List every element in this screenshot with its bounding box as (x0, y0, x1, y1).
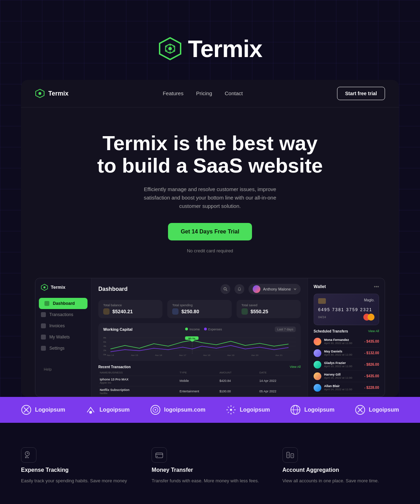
sched-name-3: Harvey Gill (324, 373, 364, 376)
hero-content: Termix is the best way to build a SaaS w… (21, 107, 399, 267)
list-item: Mona Fernandez April 30, 2022 at 11:00 -… (314, 336, 379, 348)
svg-rect-62 (156, 453, 163, 458)
stat-saved: Total saved $550.25 (237, 300, 301, 318)
dashboard-preview: Termix Dashboard Transactions Invoices M… (35, 278, 385, 397)
wallet-menu-icon[interactable]: ••• (374, 284, 379, 289)
nav-brand: Termix (35, 89, 69, 98)
logo-label-2: logoipsum.com (164, 407, 205, 413)
search-icon (223, 287, 227, 291)
sched-info-3: Harvey Gill April 16, 2022 at 11:00 (324, 373, 364, 379)
navbar: Termix Features Pricing Contact Start fr… (21, 80, 399, 107)
spending-icon (172, 308, 178, 315)
sched-date-2: April 10, 2022 at 11:00 (324, 365, 364, 368)
expenses-legend-dot (204, 328, 207, 330)
search-button[interactable] (220, 284, 230, 294)
notifications-button[interactable] (234, 284, 244, 294)
wallet-title: Wallet (314, 284, 326, 289)
logo-label-1: Logoipsum (99, 407, 130, 413)
transfer-icon (155, 451, 163, 459)
sidebar-item-transactions[interactable]: Transactions (35, 309, 91, 320)
balance-value: $5240.21 (112, 309, 133, 314)
svg-point-11 (43, 286, 46, 288)
sched-date-1: April 30, 2022 at 11:00 (324, 353, 364, 356)
feature-card-2: Account Aggregation View all accounts in… (282, 447, 399, 485)
svg-text:Apr 15: Apr 15 (131, 354, 138, 356)
svg-point-43 (230, 409, 232, 411)
nav-contact[interactable]: Contact (225, 90, 243, 97)
card-top: Maglo. (318, 298, 374, 304)
chart-filter[interactable]: Last 7 days (275, 327, 296, 332)
svg-text:Apr 18: Apr 18 (203, 354, 211, 356)
logo-label-3: Logoipsum (240, 407, 270, 413)
list-item: Harvey Gill April 16, 2022 at 11:00 - $4… (314, 371, 379, 382)
saved-label: Total saved (241, 303, 296, 307)
card-number: 6495 7381 3759 2321 (318, 307, 374, 312)
stat-balance: Total balance $5240.21 (98, 300, 162, 318)
svg-text:Apr 19: Apr 19 (227, 354, 234, 356)
svg-text:Apr 21: Apr 21 (275, 354, 283, 356)
dash-top-bar: Dashboard (98, 284, 301, 294)
svg-text:$5.5k: $5.5k (188, 337, 196, 340)
sched-amount-0: - $435.00 (364, 340, 379, 343)
svg-line-48 (228, 407, 229, 408)
dash-brand-icon (41, 284, 48, 291)
get-trial-button[interactable]: Get 14 Days Free Trial (168, 223, 252, 240)
sidebar-item-dashboard[interactable]: Dashboard (39, 298, 88, 309)
sidebar-item-wallets[interactable]: My Wallets (35, 331, 91, 343)
sched-avatar-0 (314, 338, 321, 345)
saved-icon (241, 308, 248, 315)
svg-text:6k: 6k (103, 341, 106, 343)
trans-amount-1: $100.00 (219, 390, 259, 393)
trans-title: Recent Transaction (98, 365, 131, 369)
trans-cols: NAME/BUSINESS TYPE AMOUNT DATE (98, 371, 301, 376)
trans-type-1: Entertainment (180, 390, 219, 393)
sched-avatar-1 (314, 349, 321, 357)
trans-sub-1: Netflix (100, 392, 180, 395)
scheduled-view-all[interactable]: View All (368, 329, 379, 333)
sched-name-1: May Daniels (324, 350, 364, 353)
sidebar-item-invoices[interactable]: Invoices (35, 320, 91, 331)
svg-point-42 (155, 409, 156, 411)
sched-avatar-3 (314, 372, 321, 380)
help-item[interactable]: Help (35, 364, 91, 374)
nav-features[interactable]: Features (163, 90, 183, 97)
svg-text:2k: 2k (103, 349, 106, 351)
income-legend-dot (185, 328, 188, 330)
svg-line-13 (226, 290, 227, 291)
dash-actions: Anthony Malone (220, 284, 301, 294)
hero-subtitle: Efficiently manage and resolve customer … (133, 185, 287, 210)
sched-amount-3: - $435.00 (364, 374, 379, 378)
logo-icon-4 (290, 405, 301, 415)
chart-section: Working Capital Income Expenses Last 7 d… (98, 323, 301, 361)
start-trial-button[interactable]: Start free trial (337, 87, 385, 100)
svg-text:0k: 0k (103, 353, 106, 356)
trans-name-1: Netflix Subscription (100, 388, 180, 392)
wallets-icon (41, 335, 46, 340)
feature-title-2: Account Aggregation (282, 467, 399, 473)
nav-pricing[interactable]: Pricing (196, 90, 212, 97)
expense-tracking-icon-wrap (21, 447, 36, 463)
sched-info-1: May Daniels April 30, 2022 at 11:00 (324, 350, 364, 356)
balance-label: Total balance (103, 303, 158, 307)
sched-amount-2: - $826.00 (364, 363, 379, 366)
dashboard-sidebar: Termix Dashboard Transactions Invoices M… (35, 278, 91, 397)
scheduled-header: Scheduled Transfers View All (314, 329, 379, 333)
sidebar-item-settings[interactable]: Settings (35, 343, 91, 354)
top-logo-area: Termix (0, 21, 420, 80)
svg-text:Apr 16: Apr 16 (155, 354, 162, 356)
svg-point-9 (38, 92, 41, 95)
logo-icon-0 (21, 405, 31, 415)
svg-text:Apr 14: Apr 14 (107, 354, 114, 356)
features-section: Expense Tracking Easily track your spend… (0, 423, 420, 504)
balance-icon (103, 308, 110, 315)
sched-amount-4: - $228.00 (364, 386, 379, 390)
top-logo-text: Termix (188, 35, 262, 62)
table-row: Netflix SubscriptionNetflix Entertainmen… (98, 386, 301, 397)
feature-desc-0: Easily track your spending habits. Save … (21, 477, 138, 485)
svg-point-12 (224, 287, 226, 290)
card-label: Maglo. (364, 298, 374, 304)
nav-brand-name: Termix (48, 90, 69, 97)
trans-type-0: Mobile (180, 379, 219, 383)
svg-line-49 (233, 412, 234, 413)
trans-view-all[interactable]: View All (290, 365, 301, 369)
